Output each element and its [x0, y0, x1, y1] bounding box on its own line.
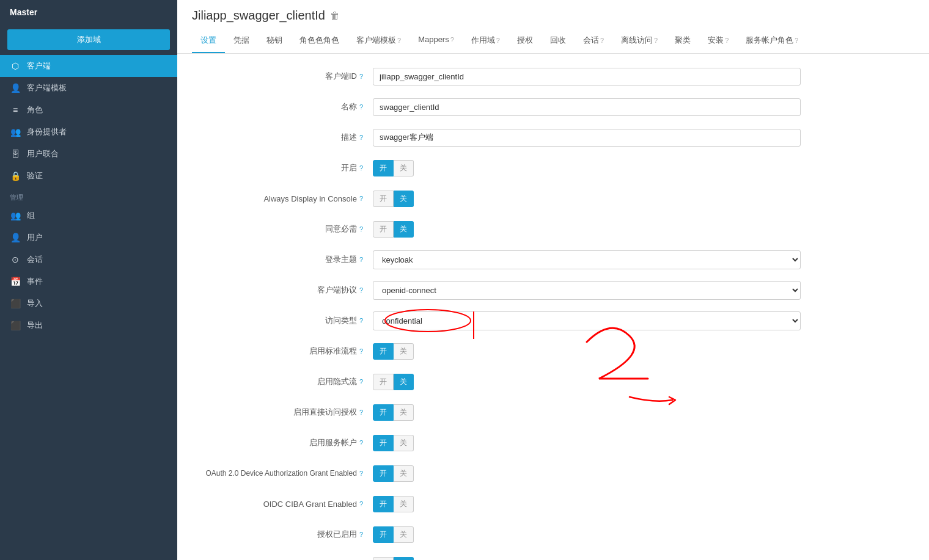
oidc-ciba-off-button[interactable]: 关 [394, 496, 414, 512]
add-domain-button[interactable]: 添加域 [7, 29, 170, 50]
always-display-control: 开 关 [373, 191, 801, 207]
login-theme-help-icon[interactable]: ? [359, 256, 363, 263]
access-type-select[interactable]: confidential public bearer-only [373, 311, 801, 330]
implicit-flow-off-button[interactable]: 开 [373, 374, 394, 390]
enabled-on-button[interactable]: 开 [373, 160, 394, 176]
oidc-ciba-help-icon[interactable]: ? [359, 500, 363, 507]
sidebar-item-group[interactable]: 👥 组 [0, 205, 177, 227]
service-account-toggle: 开 关 [373, 435, 801, 451]
enabled-help-icon[interactable]: ? [359, 164, 363, 172]
sidebar-item-identity-provider[interactable]: 👥 身份提供者 [0, 121, 177, 143]
always-display-toggle: 开 关 [373, 191, 801, 207]
sidebar-item-auth[interactable]: 🔒 验证 [0, 165, 177, 187]
sidebar-item-user[interactable]: 👤 用户 [0, 227, 177, 249]
standard-flow-on-button[interactable]: 开 [373, 343, 394, 360]
delete-icon[interactable]: 🗑 [330, 10, 340, 21]
import-icon: ⬛ [10, 299, 21, 308]
tab-mappers[interactable]: Mappers? [409, 29, 463, 53]
enabled-off-button[interactable]: 关 [394, 160, 414, 176]
tab-settings[interactable]: 设置 [192, 29, 225, 53]
consent-on-button[interactable]: 关 [394, 221, 414, 238]
oidc-ciba-on-button[interactable]: 开 [373, 496, 394, 512]
sidebar-item-session[interactable]: ⊙ 会话 [0, 249, 177, 271]
auth-enabled-off-button[interactable]: 关 [394, 526, 414, 543]
front-channel-row: 前通道注销 ? 开 关 [202, 555, 825, 560]
direct-access-off-button[interactable]: 关 [394, 404, 414, 421]
identity-provider-icon: 👥 [10, 127, 21, 137]
sidebar-item-import-label: 导入 [27, 298, 43, 309]
tab-scope[interactable]: 作用域? [463, 29, 509, 53]
standard-flow-help-icon[interactable]: ? [359, 347, 363, 355]
protocol-label: 客户端协议 ? [202, 285, 373, 296]
sidebar-item-event[interactable]: 📅 事件 [0, 271, 177, 293]
tab-clustering[interactable]: 聚类 [666, 29, 699, 53]
tab-client-scopes[interactable]: 客户端模板? [348, 29, 409, 53]
tab-installation[interactable]: 安装? [699, 29, 737, 53]
oidc-ciba-control: 开 关 [373, 496, 801, 512]
sidebar-item-client[interactable]: ⬡ 客户端 [0, 55, 177, 77]
tab-revocation[interactable]: 回收 [542, 29, 575, 53]
protocol-select[interactable]: openid-connect [373, 281, 801, 300]
enabled-control: 开 关 [373, 160, 801, 176]
oauth-device-off-button[interactable]: 关 [394, 465, 414, 482]
sidebar-item-user-label: 用户 [27, 232, 43, 243]
name-help-icon[interactable]: ? [359, 103, 363, 111]
direct-access-on-button[interactable]: 开 [373, 404, 394, 421]
auth-enabled-help-icon[interactable]: ? [359, 531, 363, 538]
client-id-control [373, 68, 801, 85]
client-id-help-icon[interactable]: ? [359, 73, 363, 80]
description-input[interactable] [373, 129, 801, 147]
service-account-label: 启用服务帐户 ? [202, 437, 373, 448]
always-display-on-button[interactable]: 关 [394, 191, 414, 207]
front-channel-off-button[interactable]: 开 [373, 557, 394, 561]
always-display-off-button[interactable]: 开 [373, 191, 394, 207]
login-theme-label: 登录主题 ? [202, 254, 373, 265]
role-icon: ≡ [10, 105, 21, 115]
oauth-device-on-button[interactable]: 开 [373, 465, 394, 482]
description-control [373, 129, 801, 147]
tab-keys[interactable]: 秘钥 [258, 29, 291, 53]
implicit-flow-help-icon[interactable]: ? [359, 378, 363, 385]
access-type-help-icon[interactable]: ? [359, 317, 363, 324]
service-account-on-button[interactable]: 开 [373, 435, 394, 451]
description-help-icon[interactable]: ? [359, 134, 363, 141]
oauth-device-row: OAuth 2.0 Device Authorization Grant Ena… [202, 463, 825, 484]
client-id-input[interactable] [373, 68, 801, 85]
login-theme-select[interactable]: keycloak [373, 250, 801, 269]
protocol-help-icon[interactable]: ? [359, 286, 363, 294]
direct-access-help-icon[interactable]: ? [359, 409, 363, 416]
consent-row: 同意必需 ? 开 关 [202, 219, 825, 239]
oauth-device-control: 开 关 [373, 465, 801, 482]
consent-off-button[interactable]: 开 [373, 221, 394, 238]
front-channel-on-button[interactable]: 关 [394, 557, 414, 561]
name-input[interactable] [373, 98, 801, 116]
sidebar-item-import[interactable]: ⬛ 导入 [0, 293, 177, 315]
description-label: 描述 ? [202, 132, 373, 143]
tab-service-account-roles[interactable]: 服务帐户角色? [737, 29, 807, 53]
manage-section-label: 管理 [0, 187, 177, 205]
oauth-device-help-icon[interactable]: ? [359, 470, 363, 477]
page-header: Jiliapp_swagger_clientId 🗑 [177, 0, 929, 29]
sidebar-item-user-federation[interactable]: 🗄 用户联合 [0, 143, 177, 165]
enabled-toggle: 开 关 [373, 160, 801, 176]
auth-enabled-on-button[interactable]: 开 [373, 526, 394, 543]
sidebar-item-role[interactable]: ≡ 角色 [0, 99, 177, 121]
consent-help-icon[interactable]: ? [359, 225, 363, 233]
tab-offline-access[interactable]: 离线访问? [612, 29, 666, 53]
page-title: Jiliapp_swagger_clientId [192, 9, 325, 23]
sidebar-item-client-template[interactable]: 👤 客户端模板 [0, 77, 177, 99]
tab-installation-help: ? [725, 37, 729, 44]
tab-sessions[interactable]: 会话? [575, 29, 612, 53]
user-icon: 👤 [10, 233, 21, 242]
service-account-off-button[interactable]: 关 [394, 435, 414, 451]
service-account-help-icon[interactable]: ? [359, 439, 363, 446]
access-type-label: 访问类型 ? [202, 315, 373, 326]
implicit-flow-on-button[interactable]: 关 [394, 374, 414, 390]
tab-authorization[interactable]: 授权 [509, 29, 542, 53]
tab-roles[interactable]: 角色色角色 [291, 29, 348, 53]
group-icon: 👥 [10, 211, 21, 220]
tab-credentials[interactable]: 凭据 [225, 29, 258, 53]
standard-flow-off-button[interactable]: 关 [394, 343, 414, 360]
always-display-help-icon[interactable]: ? [359, 195, 363, 202]
sidebar-item-export[interactable]: ⬛ 导出 [0, 315, 177, 336]
